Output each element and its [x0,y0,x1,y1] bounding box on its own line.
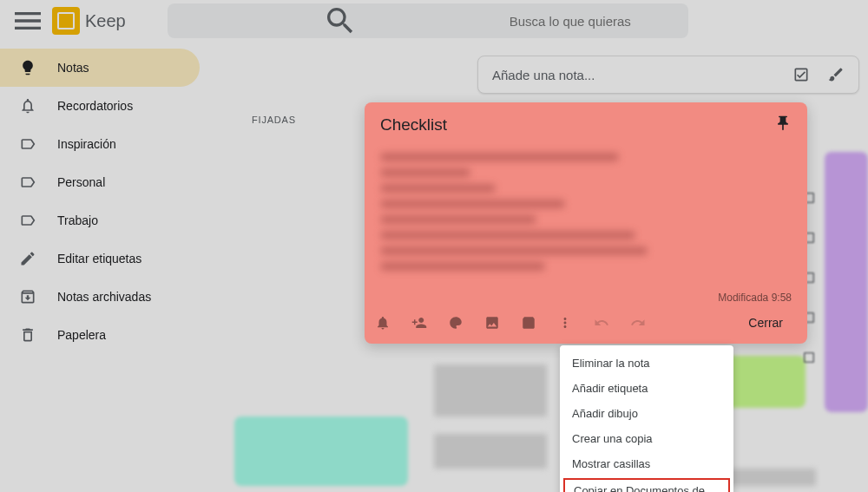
sidebar-item-reminders[interactable]: Recordatorios [0,87,200,125]
background-note [825,152,868,412]
sidebar-label: Inspiración [57,137,116,151]
note-title[interactable]: Checklist [380,115,447,134]
lightbulb-icon [19,59,36,76]
undo-icon[interactable] [594,315,609,331]
menu-button[interactable] [10,3,45,38]
search-bar[interactable] [168,3,688,38]
sidebar-label: Papelera [57,328,106,342]
bell-icon [19,97,36,115]
menu-item-show-checkboxes[interactable]: Mostrar casillas [560,451,733,476]
sidebar-label: Editar etiquetas [57,252,141,266]
app-header: Keep [0,0,868,42]
background-note [434,434,547,469]
label-icon [19,135,36,153]
background-note [434,364,547,417]
background-note [234,417,408,486]
sidebar-item-notes[interactable]: Notas [0,49,200,87]
app-logo: Keep [52,7,126,35]
label-icon [19,174,36,191]
menu-item-copy-to-docs[interactable]: Copiar en Documentos de Google [563,478,730,492]
sidebar: Notas Recordatorios Inspiración Personal… [0,42,200,361]
trash-icon [19,326,36,344]
sidebar-item-work[interactable]: Trabajo [0,201,200,239]
sidebar-label: Personal [57,175,105,189]
archive-icon [19,288,36,305]
search-icon [181,3,499,38]
note-toolbar: Cerrar [365,307,807,344]
brush-icon[interactable] [827,66,845,83]
label-icon [19,212,36,229]
sidebar-item-personal[interactable]: Personal [0,163,200,201]
keep-logo-icon [52,7,80,35]
checkbox-icon[interactable] [792,66,810,83]
search-input[interactable] [510,14,674,29]
menu-item-add-drawing[interactable]: Añadir dibujo [560,401,733,426]
take-note-placeholder: Añade una nota... [492,68,792,82]
sidebar-item-archive[interactable]: Notas archivadas [0,278,200,316]
menu-item-make-copy[interactable]: Crear una copia [560,426,733,451]
background-note [720,469,816,486]
more-icon[interactable] [557,315,573,331]
sidebar-label: Recordatorios [57,99,133,113]
hamburger-icon [10,3,45,38]
app-name: Keep [85,11,126,31]
menu-item-add-label[interactable]: Añadir etiqueta [560,376,733,401]
sidebar-label: Notas archivadas [57,290,151,304]
redo-icon[interactable] [630,315,646,331]
note-body[interactable] [365,142,807,288]
sidebar-item-inspiration[interactable]: Inspiración [0,125,200,163]
reminder-icon[interactable] [375,315,391,331]
sidebar-item-edit-labels[interactable]: Editar etiquetas [0,239,200,278]
collaborator-icon[interactable] [411,315,427,331]
palette-icon[interactable] [448,315,464,331]
pin-button[interactable] [774,115,792,135]
more-options-menu: Eliminar la nota Añadir etiqueta Añadir … [560,345,733,492]
note-modified-time: Modificada 9:58 [365,288,807,307]
note-modal: Checklist Modificada 9:58 Cerrar [365,102,807,344]
take-note-input[interactable]: Añade una nota... [477,56,859,94]
menu-item-delete[interactable]: Eliminar la nota [560,351,733,376]
pencil-icon [19,250,36,267]
sidebar-label: Notas [57,61,89,75]
sidebar-label: Trabajo [57,213,98,227]
close-button[interactable]: Cerrar [734,311,797,335]
sidebar-item-trash[interactable]: Papelera [0,316,200,354]
image-icon[interactable] [484,315,500,331]
archive-icon[interactable] [521,315,536,331]
